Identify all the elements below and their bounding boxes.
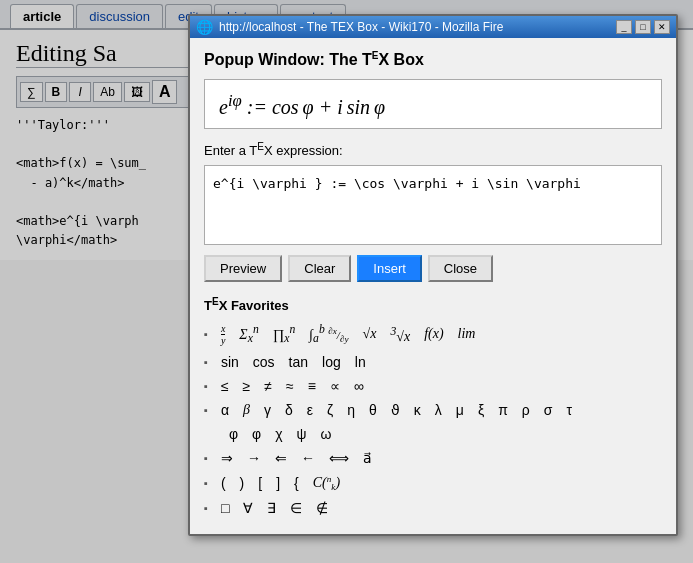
fav-prod[interactable]: ∏xn <box>268 322 301 346</box>
fav-forall[interactable]: ∀ <box>238 499 258 517</box>
preview-box: eiφ := cos φ + i sin φ <box>204 79 662 129</box>
fav-phi[interactable]: φ <box>224 425 243 443</box>
fav-square[interactable]: □ <box>216 499 234 517</box>
fav-propto[interactable]: ∝ <box>325 377 345 395</box>
fav-notin[interactable]: ∉ <box>311 499 333 517</box>
fav-gamma[interactable]: γ <box>259 401 276 419</box>
fav-rparen[interactable]: ) <box>235 474 250 492</box>
favorites-row-6: ▪ ( ) [ ] { C(nk) <box>204 472 662 494</box>
fav-lparen[interactable]: ( <box>216 474 231 492</box>
bullet-1: ▪ <box>204 328 208 340</box>
fav-infty[interactable]: ∞ <box>349 377 369 395</box>
modal-window: 🌐 http://localhost - The TEX Box - Wiki1… <box>188 14 678 536</box>
favorites-tex-e: E <box>212 296 219 307</box>
fav-neq[interactable]: ≠ <box>259 377 277 395</box>
fav-frac[interactable]: xy <box>216 322 230 347</box>
favorites-row-7: ▪ □ ∀ ∃ ∈ ∉ <box>204 498 662 518</box>
fav-varphi[interactable]: φ <box>247 425 266 443</box>
fav-zeta[interactable]: ζ <box>322 401 338 419</box>
favorites-title: TEX Favorites <box>204 296 662 313</box>
preview-button[interactable]: Preview <box>204 255 282 282</box>
fav-lbrace[interactable]: { <box>289 474 304 492</box>
bullet-6: ▪ <box>204 477 208 489</box>
fav-delta[interactable]: δ <box>280 401 298 419</box>
fav-pi[interactable]: π <box>493 401 513 419</box>
tex-expression-label: Enter a TEX expression: <box>204 141 662 158</box>
bullet-2: ▪ <box>204 356 208 368</box>
fav-sqrt[interactable]: √x <box>358 325 382 343</box>
favorites-row-1: ▪ xy Σxn ∏xn ∫ab ∂x/∂y √x 3√x f(x) lim <box>204 321 662 348</box>
bullet-3: ▪ <box>204 380 208 392</box>
modal-titlebar: 🌐 http://localhost - The TEX Box - Wiki1… <box>190 16 676 38</box>
fav-implies[interactable]: ⇒ <box>216 449 238 467</box>
favorites-row-4: ▪ α β γ δ ε ζ η θ ϑ κ λ μ ξ π ρ σ τ <box>204 400 662 420</box>
insert-button[interactable]: Insert <box>357 255 422 282</box>
fav-omega[interactable]: ω <box>316 425 337 443</box>
fav-psi[interactable]: ψ <box>292 425 312 443</box>
titlebar-text: http://localhost - The TEX Box - Wiki170… <box>219 20 503 34</box>
fav-geq[interactable]: ≥ <box>238 377 256 395</box>
fav-kappa[interactable]: κ <box>409 401 426 419</box>
fav-impliedby[interactable]: ⇐ <box>270 449 292 467</box>
close-button[interactable]: Close <box>428 255 493 282</box>
fav-approx[interactable]: ≈ <box>281 377 299 395</box>
fav-tan[interactable]: tan <box>284 353 313 371</box>
fav-rbracket[interactable]: ] <box>271 474 285 492</box>
clear-button[interactable]: Clear <box>288 255 351 282</box>
tex-label-e: E <box>257 141 264 152</box>
button-row: Preview Clear Insert Close <box>204 255 662 282</box>
titlebar-controls[interactable]: _ □ ✕ <box>616 20 670 34</box>
fav-cos[interactable]: cos <box>248 353 280 371</box>
fav-fx[interactable]: f(x) <box>419 325 448 343</box>
preview-formula: eiφ := cos φ + i sin φ <box>219 91 385 119</box>
fav-log[interactable]: log <box>317 353 346 371</box>
fav-xi[interactable]: ξ <box>473 401 489 419</box>
tex-input[interactable]: e^{i \varphi } := \cos \varphi + i \sin … <box>204 165 662 245</box>
minimize-button[interactable]: _ <box>616 20 632 34</box>
bullet-4: ▪ <box>204 404 208 416</box>
fav-alpha[interactable]: α <box>216 401 234 419</box>
bullet-7: ▪ <box>204 502 208 514</box>
fav-exists[interactable]: ∃ <box>262 499 281 517</box>
bullet-5: ▪ <box>204 452 208 464</box>
fav-sin[interactable]: sin <box>216 353 244 371</box>
fav-sum[interactable]: Σxn <box>234 322 263 346</box>
fav-in[interactable]: ∈ <box>285 499 307 517</box>
fav-epsilon[interactable]: ε <box>302 401 318 419</box>
fav-lim[interactable]: lim <box>453 325 481 343</box>
fav-lbracket[interactable]: [ <box>253 474 267 492</box>
fav-theta[interactable]: θ <box>364 401 382 419</box>
favorites-row-5: ▪ ⇒ → ⇐ ← ⟺ a⃗ <box>204 448 662 468</box>
fav-vec[interactable]: a⃗ <box>358 449 377 467</box>
maximize-button[interactable]: □ <box>635 20 651 34</box>
fav-vartheta[interactable]: ϑ <box>386 401 405 419</box>
fav-ln[interactable]: ln <box>350 353 371 371</box>
favorites-row-4b: φ φ χ ψ ω <box>222 424 662 444</box>
tex-e-letter: E <box>372 50 379 61</box>
fav-to[interactable]: → <box>242 449 266 467</box>
fav-beta[interactable]: β <box>238 401 255 419</box>
titlebar-left: 🌐 http://localhost - The TEX Box - Wiki1… <box>196 19 503 35</box>
fav-leq[interactable]: ≤ <box>216 377 234 395</box>
close-window-button[interactable]: ✕ <box>654 20 670 34</box>
fav-eta[interactable]: η <box>342 401 360 419</box>
fav-tau[interactable]: τ <box>561 401 577 419</box>
fav-leftarrow[interactable]: ← <box>296 449 320 467</box>
fav-rho[interactable]: ρ <box>517 401 535 419</box>
favorites-row-2: ▪ sin cos tan log ln <box>204 352 662 372</box>
browser-icon: 🌐 <box>196 19 213 35</box>
modal-body: Popup Window: The TEX Box eiφ := cos φ +… <box>190 38 676 534</box>
fav-equiv[interactable]: ≡ <box>303 377 321 395</box>
fav-sigma[interactable]: σ <box>539 401 558 419</box>
fav-chi[interactable]: χ <box>270 425 287 443</box>
fav-cbrt[interactable]: 3√x <box>385 324 415 346</box>
favorites-row-3: ▪ ≤ ≥ ≠ ≈ ≡ ∝ ∞ <box>204 376 662 396</box>
fav-iff[interactable]: ⟺ <box>324 449 354 467</box>
fav-lambda[interactable]: λ <box>430 401 447 419</box>
fav-binom[interactable]: C(nk) <box>308 473 345 493</box>
fav-mu[interactable]: μ <box>451 401 469 419</box>
fav-integral[interactable]: ∫ab ∂x/∂y <box>304 322 353 346</box>
modal-title: Popup Window: The TEX Box <box>204 50 662 69</box>
